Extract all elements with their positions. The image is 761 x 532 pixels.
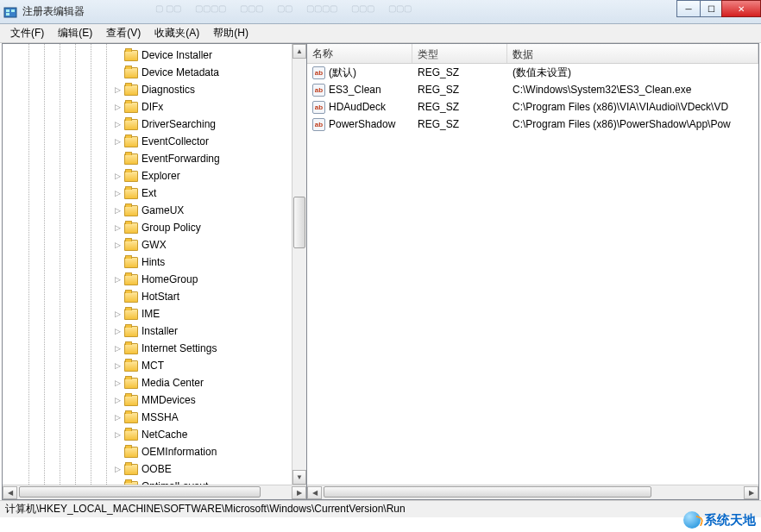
folder-icon (124, 464, 138, 475)
expand-arrow-icon[interactable]: ▷ (113, 241, 123, 250)
tree-item[interactable]: ▷MCT (4, 357, 306, 374)
scroll-thumb[interactable] (324, 486, 651, 498)
tree-item[interactable]: ▷HotStart (4, 288, 306, 305)
folder-icon (124, 153, 138, 165)
value-type-cell: REG_SZ (412, 101, 507, 113)
expand-arrow-icon[interactable]: ▷ (113, 137, 123, 147)
expand-arrow-icon[interactable]: ▷ (113, 103, 123, 112)
expand-arrow-icon[interactable]: ▷ (113, 361, 123, 371)
minimize-button[interactable]: ─ (676, 0, 701, 17)
list-row[interactable]: abES3_CleanREG_SZC:\Windows\System32\ES3… (307, 81, 758, 98)
tree-item[interactable]: ▷MMDevices (4, 391, 306, 409)
tree-item[interactable]: ▷Media Center (4, 374, 306, 391)
scroll-down-icon[interactable]: ▼ (292, 470, 306, 485)
expand-arrow-icon[interactable]: ▷ (113, 465, 123, 474)
tree-item-label: NetCache (142, 429, 187, 441)
value-name-cell: abHDAudDeck (307, 101, 412, 114)
expand-arrow-icon[interactable]: ▷ (113, 120, 123, 129)
scroll-track[interactable] (322, 486, 744, 499)
tree-item[interactable]: ▷EventForwarding (4, 150, 306, 167)
close-button[interactable]: ✕ (721, 0, 761, 17)
expand-arrow-icon[interactable]: ▷ (113, 275, 123, 285)
expand-arrow-icon[interactable]: ▷ (113, 379, 123, 388)
folder-icon (124, 291, 138, 303)
column-data[interactable]: 数据 (507, 44, 758, 63)
tree-item[interactable]: ▷Installer (4, 322, 306, 340)
tree-item[interactable]: ▷MSSHA (4, 409, 306, 426)
work-area: ▷Device Installer▷Device Metadata▷Diagno… (2, 43, 759, 500)
expand-arrow-icon[interactable]: ▷ (113, 310, 123, 319)
tree-item[interactable]: ▷OptimalLayout (4, 478, 306, 485)
scroll-left-icon[interactable]: ◀ (3, 486, 17, 499)
scroll-right-icon[interactable]: ▶ (292, 486, 306, 499)
scroll-thumb[interactable] (19, 486, 261, 498)
expand-arrow-icon[interactable]: ▷ (113, 223, 123, 233)
scroll-right-icon[interactable]: ▶ (744, 486, 758, 499)
folder-icon (124, 102, 138, 113)
values-list[interactable]: ab(默认)REG_SZ(数值未设置)abES3_CleanREG_SZC:\W… (307, 64, 758, 485)
tree-item[interactable]: ▷OEMInformation (4, 443, 306, 460)
value-name-cell: abES3_Clean (307, 84, 412, 97)
value-name-cell: abPowerShadow (307, 118, 412, 131)
scroll-thumb[interactable] (293, 197, 305, 248)
tree-item[interactable]: ▷Hints (4, 253, 306, 271)
expand-arrow-icon[interactable]: ▷ (113, 430, 123, 440)
tree-horizontal-scrollbar[interactable]: ◀ ▶ (3, 485, 306, 499)
tree-item[interactable]: ▷Device Metadata (4, 64, 306, 81)
tree-vertical-scrollbar[interactable]: ▲ ▼ (292, 44, 306, 485)
tree-item[interactable]: ▷HomeGroup (4, 271, 306, 288)
folder-icon (124, 309, 138, 320)
tree-item[interactable]: ▷GameUX (4, 202, 306, 219)
maximize-button[interactable]: ☐ (700, 0, 722, 17)
tree-item-label: Diagnostics (142, 84, 195, 96)
expand-arrow-icon[interactable]: ▷ (113, 189, 123, 198)
expand-arrow-icon[interactable]: ▷ (113, 206, 123, 216)
value-type-cell: REG_SZ (412, 66, 507, 78)
folder-icon (124, 67, 138, 78)
scroll-track[interactable] (292, 59, 306, 470)
list-row[interactable]: ab(默认)REG_SZ(数值未设置) (307, 64, 758, 81)
folder-icon (124, 257, 138, 268)
list-horizontal-scrollbar[interactable]: ◀ ▶ (307, 485, 758, 499)
tree-item[interactable]: ▷Group Policy (4, 219, 306, 236)
tree-item-label: Device Metadata (142, 66, 219, 78)
tree-item[interactable]: ▷Explorer (4, 167, 306, 185)
tree-item[interactable]: ▷DIFx (4, 98, 306, 116)
column-name[interactable]: 名称 (307, 44, 412, 63)
expand-arrow-icon[interactable]: ▷ (113, 344, 123, 354)
list-row[interactable]: abHDAudDeckREG_SZC:\Program Files (x86)\… (307, 98, 758, 116)
tree-item[interactable]: ▷GWX (4, 236, 306, 253)
scroll-track[interactable] (17, 486, 292, 499)
tree-item[interactable]: ▷Ext (4, 185, 306, 202)
expand-arrow-icon[interactable]: ▷ (113, 413, 123, 422)
expand-arrow-icon[interactable]: ▷ (113, 172, 123, 181)
menu-help[interactable]: 帮助(H) (206, 24, 255, 42)
tree-item[interactable]: ▷Internet Settings (4, 340, 306, 357)
tree-item-label: HotStart (142, 291, 179, 303)
tree-item[interactable]: ▷DriverSearching (4, 116, 306, 133)
tree-item[interactable]: ▷Device Installer (4, 47, 306, 64)
expand-arrow-icon[interactable]: ▷ (113, 396, 123, 405)
column-type[interactable]: 类型 (412, 44, 507, 63)
menu-favorites[interactable]: 收藏夹(A) (148, 24, 206, 42)
expand-arrow-icon[interactable]: ▷ (113, 85, 123, 95)
tree-item[interactable]: ▷EventCollector (4, 133, 306, 150)
status-bar: 计算机\HKEY_LOCAL_MACHINE\SOFTWARE\Microsof… (0, 500, 761, 517)
scroll-up-icon[interactable]: ▲ (292, 44, 306, 59)
menu-file[interactable]: 文件(F) (3, 24, 51, 42)
tree-item-label: MMDevices (142, 394, 196, 406)
expand-arrow-icon[interactable]: ▷ (113, 327, 123, 336)
tree-item[interactable]: ▷OOBE (4, 460, 306, 478)
menu-edit[interactable]: 编辑(E) (51, 24, 99, 42)
menu-bar: 文件(F) 编辑(E) 查看(V) 收藏夹(A) 帮助(H) (0, 24, 761, 43)
tree-item-label: Explorer (142, 170, 180, 182)
folder-icon (124, 222, 138, 234)
registry-tree[interactable]: ▷Device Installer▷Device Metadata▷Diagno… (3, 44, 306, 485)
list-row[interactable]: abPowerShadowREG_SZC:\Program Files (x86… (307, 116, 758, 133)
menu-view[interactable]: 查看(V) (99, 24, 148, 42)
tree-item[interactable]: ▷IME (4, 305, 306, 322)
tree-item[interactable]: ▷NetCache (4, 426, 306, 443)
scroll-left-icon[interactable]: ◀ (307, 486, 322, 499)
string-value-icon: ab (312, 118, 325, 131)
tree-item[interactable]: ▷Diagnostics (4, 81, 306, 98)
